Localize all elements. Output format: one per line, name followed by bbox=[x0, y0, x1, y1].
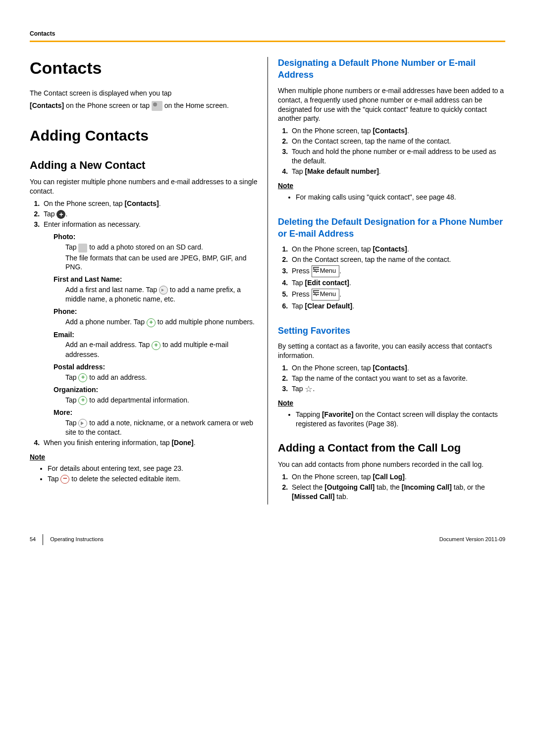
name-label: First and Last Name: bbox=[54, 275, 258, 284]
name-desc: Add a first and last name. Tap to add a … bbox=[65, 285, 258, 304]
footer-divider bbox=[43, 534, 43, 545]
more-label: More: bbox=[54, 408, 258, 417]
page-footer: 54 Operating Instructions Document Versi… bbox=[30, 534, 505, 545]
step-b1: On the Phone screen, tap [Contacts]. bbox=[290, 245, 505, 254]
steps-call-log: On the Phone screen, tap [Call Log]. Sel… bbox=[278, 472, 505, 502]
photo-desc-1: Tap to add a photo stored on an SD card. bbox=[65, 243, 258, 252]
org-desc: Tap + to add departmental information. bbox=[65, 396, 258, 405]
heading-add-from-call-log: Adding a Contact from the Call Log bbox=[278, 441, 505, 455]
steps-designate-default: On the Phone screen, tap [Contacts]. On … bbox=[278, 126, 505, 176]
note-a1: For making calls using "quick contact", … bbox=[296, 193, 505, 202]
step-d1: On the Phone screen, tap [Call Log]. bbox=[290, 472, 505, 482]
call-log-intro: You can add contacts from phone numbers … bbox=[278, 460, 505, 469]
step-2: Tap +. bbox=[42, 209, 258, 219]
adding-new-intro: You can register multiple phone numbers … bbox=[30, 177, 258, 196]
note-label-a: Note bbox=[278, 181, 505, 191]
expand-icon bbox=[159, 286, 168, 295]
step-a4: Tap [Make default number]. bbox=[290, 167, 505, 176]
note-item-1: For details about entering text, see pag… bbox=[48, 464, 258, 473]
intro-text: on the Phone screen or tap bbox=[64, 101, 152, 109]
phone-desc: Add a phone number. Tap + to add multipl… bbox=[65, 317, 258, 327]
step-b4: Tap [Edit contact]. bbox=[290, 278, 505, 288]
intro-paragraph-2: [Contacts] on the Phone screen or tap on… bbox=[30, 101, 258, 111]
heading-designating-default: Designating a Default Phone Number or E-… bbox=[278, 57, 505, 81]
footer-title: Operating Instructions bbox=[50, 536, 104, 543]
plus-green-icon: + bbox=[78, 373, 87, 382]
minus-red-icon: − bbox=[60, 475, 69, 484]
heading-adding-new-contact: Adding a New Contact bbox=[30, 158, 258, 173]
step-c1: On the Phone screen, tap [Contacts]. bbox=[290, 363, 505, 373]
step-3: Enter information as necessary. Photo: T… bbox=[42, 220, 258, 437]
plus-green-icon: + bbox=[152, 341, 160, 350]
steps-favorites: On the Phone screen, tap [Contacts]. Tap… bbox=[278, 363, 505, 394]
note-item-2: Tap − to delete the selected editable it… bbox=[48, 474, 258, 484]
menu-button-icon: Menu bbox=[312, 265, 340, 277]
step-b2: On the Contact screen, tap the name of t… bbox=[290, 255, 505, 264]
section-adding-contacts: Adding Contacts bbox=[30, 126, 258, 146]
step-d2: Select the [Outgoing Call] tab, the [Inc… bbox=[290, 483, 505, 502]
note-label: Note bbox=[30, 453, 258, 462]
step-b3: Press Menu. bbox=[290, 265, 505, 277]
designating-intro: When multiple phone numbers or e-mail ad… bbox=[278, 86, 505, 124]
step-b5: Press Menu. bbox=[290, 289, 505, 301]
more-desc: Tap to add a note, nickname, or a networ… bbox=[65, 418, 258, 437]
plus-dark-icon: + bbox=[56, 210, 65, 219]
left-column: Contacts The Contact screen is displayed… bbox=[30, 57, 268, 504]
header-rule bbox=[30, 41, 505, 42]
postal-desc: Tap + to add an address. bbox=[65, 373, 258, 382]
step-1: On the Phone screen, tap [Contacts]. bbox=[42, 199, 258, 208]
note-list: For details about entering text, see pag… bbox=[30, 464, 258, 484]
menu-button-icon: Menu bbox=[312, 289, 340, 301]
page-number: 54 bbox=[30, 536, 36, 543]
header-section: Contacts bbox=[30, 30, 505, 38]
footer-version: Document Version 2011-09 bbox=[439, 536, 505, 543]
step-b6: Tap [Clear Default]. bbox=[290, 302, 505, 311]
plus-green-icon: + bbox=[147, 318, 156, 327]
step-a3: Touch and hold the phone number or e-mai… bbox=[290, 147, 505, 166]
heading-setting-favorites: Setting Favorites bbox=[278, 325, 505, 337]
email-desc: Add an e-mail address. Tap + to add mult… bbox=[65, 340, 258, 359]
note-label-c: Note bbox=[278, 399, 505, 408]
postal-label: Postal address: bbox=[54, 362, 258, 372]
photo-desc-2: The file formats that can be used are JP… bbox=[65, 253, 258, 272]
star-icon: ☆ bbox=[305, 384, 313, 394]
note-list-a: For making calls using "quick contact", … bbox=[278, 193, 505, 202]
steps-add-contact: On the Phone screen, tap [Contacts]. Tap… bbox=[30, 199, 258, 448]
photo-label: Photo: bbox=[54, 232, 258, 242]
more-icon bbox=[78, 419, 87, 428]
step-a2: On the Contact screen, tap the name of t… bbox=[290, 137, 505, 146]
chapter-title: Contacts bbox=[30, 57, 258, 80]
favorites-intro: By setting a contact as a favorite, you … bbox=[278, 342, 505, 360]
right-column: Designating a Default Phone Number or E-… bbox=[268, 57, 505, 504]
two-column-layout: Contacts The Contact screen is displayed… bbox=[30, 57, 505, 504]
heading-deleting-default: Deleting the Default Designation for a P… bbox=[278, 216, 505, 240]
org-label: Organization: bbox=[54, 385, 258, 395]
email-label: Email: bbox=[54, 330, 258, 340]
intro-paragraph-1: The Contact screen is displayed when you… bbox=[30, 89, 258, 98]
photo-icon bbox=[78, 244, 87, 252]
contacts-home-icon bbox=[152, 101, 162, 111]
intro-text-2: on the Home screen. bbox=[162, 101, 229, 109]
step-a1: On the Phone screen, tap [Contacts]. bbox=[290, 126, 505, 136]
step-c3: Tap ☆. bbox=[290, 384, 505, 394]
steps-delete-default: On the Phone screen, tap [Contacts]. On … bbox=[278, 245, 505, 311]
phone-label: Phone: bbox=[54, 307, 258, 316]
contacts-bold: [Contacts] bbox=[30, 101, 64, 109]
step-c2: Tap the name of the contact you want to … bbox=[290, 374, 505, 383]
plus-green-icon: + bbox=[78, 396, 87, 405]
note-c1: Tapping [Favorite] on the Contact screen… bbox=[296, 410, 505, 429]
note-list-c: Tapping [Favorite] on the Contact screen… bbox=[278, 410, 505, 429]
step-4: When you finish entering information, ta… bbox=[42, 438, 258, 448]
